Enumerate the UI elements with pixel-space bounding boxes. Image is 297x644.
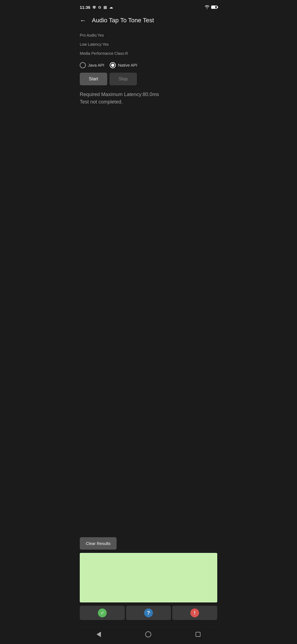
stop-button[interactable]: Stop: [109, 73, 137, 85]
back-button[interactable]: ←: [79, 15, 87, 25]
warning-button[interactable]: !: [172, 606, 217, 620]
battery-icon: [211, 6, 217, 9]
question-circle: ?: [144, 608, 153, 617]
back-nav-icon: [97, 632, 101, 637]
result-box: [80, 553, 217, 602]
check-icon: ✓: [100, 610, 105, 616]
cloud-icon: ☁: [109, 5, 113, 9]
nav-bar: [74, 627, 223, 644]
home-nav-icon: [145, 631, 151, 637]
status-line-1: Required Maximum Latency:80.0ms: [80, 91, 217, 98]
status-time: 11:36: [80, 5, 90, 10]
check-button[interactable]: ✓: [80, 606, 125, 620]
toolbar: ← Audio Tap To Tone Test: [74, 13, 223, 30]
media-perf-info: Media Performance Class:R: [80, 50, 217, 57]
native-api-radio[interactable]: [110, 62, 116, 68]
low-latency-info: Low Latency:Yes: [80, 41, 217, 48]
status-message: Required Maximum Latency:80.0ms Test not…: [80, 91, 217, 106]
google-icon: G: [98, 5, 101, 9]
java-api-option[interactable]: Java API: [80, 62, 104, 68]
api-radio-group: Java API Native API: [80, 62, 217, 68]
bottom-icons-row: ✓ ? !: [80, 606, 217, 620]
native-api-radio-inner: [111, 64, 114, 67]
warning-circle: !: [190, 608, 199, 617]
question-icon: ?: [147, 610, 150, 616]
clear-results-button[interactable]: Clear Results: [80, 537, 117, 550]
back-nav-button[interactable]: [97, 632, 101, 637]
status-bar: 11:36 ✾ G ▦ ☁: [74, 0, 223, 13]
question-button[interactable]: ?: [126, 606, 171, 620]
java-api-label: Java API: [88, 63, 104, 67]
spacer: [80, 110, 217, 537]
start-button[interactable]: Start: [80, 73, 107, 85]
java-api-radio[interactable]: [80, 62, 86, 68]
pro-audio-info: Pro Audio:Yes: [80, 32, 217, 39]
status-line-2: Test not completed.: [80, 98, 217, 106]
status-left: 11:36 ✾ G ▦ ☁: [80, 5, 113, 10]
check-circle: ✓: [98, 608, 107, 617]
native-api-option[interactable]: Native API: [110, 62, 137, 68]
status-right: [205, 5, 217, 9]
recents-nav-button[interactable]: [196, 632, 200, 637]
recents-nav-icon: [196, 632, 200, 637]
native-api-label: Native API: [118, 63, 137, 67]
page-title: Audio Tap To Tone Test: [92, 17, 154, 24]
home-nav-button[interactable]: [145, 631, 151, 637]
fan-icon: ✾: [92, 5, 96, 10]
wifi-icon: [205, 5, 210, 9]
warning-icon: !: [194, 610, 196, 616]
calendar-icon: ▦: [103, 5, 107, 9]
main-content: Pro Audio:Yes Low Latency:Yes Media Perf…: [74, 30, 223, 627]
control-buttons: Start Stop: [80, 73, 217, 85]
